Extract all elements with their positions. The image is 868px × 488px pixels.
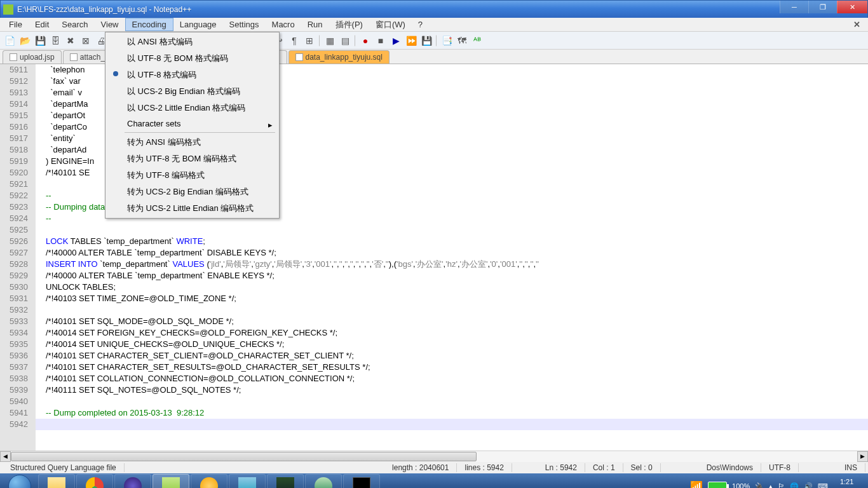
menu-help[interactable]: ? bbox=[412, 18, 429, 30]
encoding-charsets[interactable]: Character sets▸ bbox=[107, 116, 278, 131]
status-ln: Ln : 5942 bbox=[538, 463, 585, 472]
app-icon bbox=[315, 477, 332, 488]
task-explorer[interactable] bbox=[38, 474, 75, 488]
status-sel: Sel : 0 bbox=[623, 463, 661, 472]
spell-icon[interactable]: ᴬᴮ bbox=[470, 34, 484, 48]
minimize-button[interactable]: ─ bbox=[780, 1, 808, 13]
task-notepadpp[interactable] bbox=[153, 474, 189, 488]
encoding-dropdown: 以 ANSI 格式编码 以 UTF-8 无 BOM 格式编码 以 UTF-8 格… bbox=[105, 32, 280, 219]
tray-arrow-icon[interactable]: ▴ bbox=[769, 482, 773, 489]
task-cmd[interactable] bbox=[343, 474, 380, 488]
status-eol: Dos\Windows bbox=[699, 463, 761, 472]
battery-percent: 100% bbox=[732, 482, 750, 488]
save-macro-icon[interactable]: 💾 bbox=[419, 34, 433, 48]
fast-macro-icon[interactable]: ⏩ bbox=[404, 34, 418, 48]
notepadpp-icon bbox=[162, 477, 180, 488]
tray-clock[interactable]: 1:21 2015/4/1 bbox=[833, 477, 860, 488]
tab-label: upload.jsp bbox=[20, 53, 55, 62]
tab-upload[interactable]: upload.jsp bbox=[3, 50, 62, 64]
battery-icon[interactable] bbox=[708, 482, 727, 488]
new-file-icon[interactable]: 📄 bbox=[3, 34, 17, 48]
maximize-button[interactable]: ❐ bbox=[808, 1, 837, 13]
doc-map-icon[interactable]: 🗺 bbox=[455, 34, 469, 48]
fold-icon[interactable]: ▦ bbox=[323, 34, 337, 48]
start-button[interactable] bbox=[3, 474, 37, 488]
file-icon bbox=[70, 53, 78, 61]
show-all-chars-icon[interactable]: ¶ bbox=[287, 34, 301, 48]
file-icon bbox=[295, 53, 303, 61]
menu-edit[interactable]: Edit bbox=[29, 18, 55, 30]
menu-encoding[interactable]: Encoding bbox=[125, 18, 173, 31]
status-bar: Structured Query Language file length : … bbox=[0, 461, 868, 473]
task-app[interactable] bbox=[305, 474, 342, 488]
encoding-utf8[interactable]: 以 UTF-8 格式编码 bbox=[107, 67, 278, 83]
folder-icon bbox=[48, 477, 65, 488]
task-winscp[interactable] bbox=[229, 474, 266, 488]
db-icon bbox=[276, 477, 294, 488]
convert-ucs2le[interactable]: 转为 UCS-2 Little Endian 编码格式 bbox=[107, 200, 278, 217]
task-chrome[interactable] bbox=[76, 474, 113, 488]
save-all-icon[interactable]: 🗄 bbox=[48, 34, 62, 48]
encoding-utf8-label: 以 UTF-8 格式编码 bbox=[127, 70, 196, 79]
close-file-icon[interactable]: ✖ bbox=[64, 34, 78, 48]
convert-utf8[interactable]: 转为 UTF-8 编码格式 bbox=[107, 167, 278, 184]
tab-label: data_linkapp_tiyuju.sql bbox=[306, 53, 383, 62]
toolbar-separator bbox=[319, 35, 320, 46]
flag-icon[interactable]: 🏳 bbox=[778, 482, 785, 488]
menu-window[interactable]: 窗口(W) bbox=[369, 18, 412, 32]
indent-guide-icon[interactable]: ⊞ bbox=[302, 34, 316, 48]
network-icon[interactable]: 🌐 bbox=[790, 482, 799, 489]
window-titlebar: E:\HR\LFS-zzz\data_linkapp_tiyuju.sql - … bbox=[0, 0, 868, 18]
toolbar-separator bbox=[355, 35, 356, 46]
scroll-left-button[interactable]: ◀ bbox=[0, 451, 11, 462]
scroll-right-button[interactable]: ▶ bbox=[857, 451, 868, 462]
menu-run[interactable]: Run bbox=[301, 18, 329, 30]
cmd-icon bbox=[353, 477, 370, 488]
encoding-ucs2le[interactable]: 以 UCS-2 Little Endian 格式编码 bbox=[107, 100, 278, 116]
menu-search[interactable]: Search bbox=[55, 18, 94, 30]
window-title: E:\HR\LFS-zzz\data_linkapp_tiyuju.sql - … bbox=[17, 5, 191, 14]
menu-bar: File Edit Search View Encoding Language … bbox=[0, 18, 868, 32]
menu-macro[interactable]: Macro bbox=[266, 18, 301, 30]
power-icon[interactable]: 🔌 bbox=[755, 482, 764, 489]
stop-macro-icon[interactable]: ■ bbox=[374, 34, 388, 48]
volume-icon[interactable]: 🔊 bbox=[804, 482, 813, 489]
input-icon[interactable]: ⌨ bbox=[818, 482, 828, 489]
line-number-gutter: 5911591259135914591559165917591859195920… bbox=[0, 64, 36, 451]
close-all-icon[interactable]: ⊠ bbox=[79, 34, 93, 48]
close-document-button[interactable]: ✕ bbox=[848, 20, 865, 29]
encoding-utf8-nobom[interactable]: 以 UTF-8 无 BOM 格式编码 bbox=[107, 50, 278, 67]
menu-file[interactable]: File bbox=[3, 18, 29, 30]
open-file-icon[interactable]: 📂 bbox=[18, 34, 32, 48]
task-eclipse[interactable] bbox=[114, 474, 151, 488]
tray-time: 1:21 bbox=[833, 477, 860, 486]
encoding-ansi[interactable]: 以 ANSI 格式编码 bbox=[107, 34, 278, 50]
task-heidisql[interactable] bbox=[267, 474, 304, 488]
convert-utf8-nobom[interactable]: 转为 UTF-8 无 BOM 编码格式 bbox=[107, 151, 278, 167]
unfold-icon[interactable]: ▤ bbox=[338, 34, 352, 48]
tab-sql-active[interactable]: data_linkapp_tiyuju.sql bbox=[288, 50, 390, 64]
menu-language[interactable]: Language bbox=[173, 18, 223, 30]
record-macro-icon[interactable]: ● bbox=[358, 34, 372, 48]
convert-ansi[interactable]: 转为 ANSI 编码格式 bbox=[107, 134, 278, 151]
horizontal-scrollbar[interactable]: ◀ ▶ bbox=[0, 451, 868, 461]
menu-settings[interactable]: Settings bbox=[223, 18, 266, 30]
function-list-icon[interactable]: 📑 bbox=[440, 34, 454, 48]
window-controls: ─ ❐ ✕ bbox=[780, 1, 867, 13]
play-macro-icon[interactable]: ▶ bbox=[389, 34, 403, 48]
encoding-ucs2be[interactable]: 以 UCS-2 Big Endian 格式编码 bbox=[107, 83, 278, 100]
task-wifi[interactable] bbox=[191, 474, 227, 488]
windows-orb-icon bbox=[8, 475, 31, 488]
close-button[interactable]: ✕ bbox=[837, 1, 867, 13]
eclipse-icon bbox=[124, 477, 142, 488]
status-length: length : 2040601 bbox=[384, 463, 457, 472]
convert-ucs2be[interactable]: 转为 UCS-2 Big Endian 编码格式 bbox=[107, 184, 278, 200]
scroll-thumb[interactable] bbox=[11, 452, 477, 461]
wifi-icon[interactable]: 📶 bbox=[690, 480, 703, 489]
menu-plugins[interactable]: 插件(P) bbox=[329, 18, 369, 32]
status-lines: lines : 5942 bbox=[457, 463, 512, 472]
save-icon[interactable]: 💾 bbox=[33, 34, 47, 48]
menu-view[interactable]: View bbox=[95, 18, 125, 30]
scroll-track[interactable] bbox=[11, 451, 857, 462]
status-col: Col : 1 bbox=[585, 463, 623, 472]
